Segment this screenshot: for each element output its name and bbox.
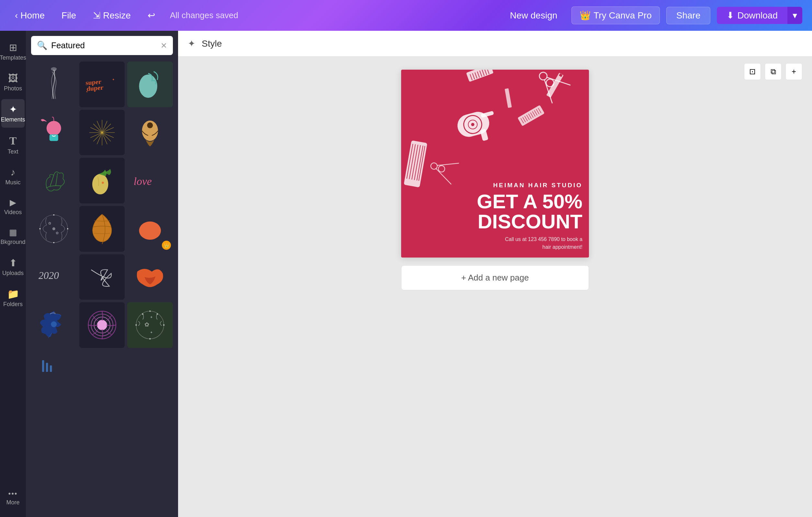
- share-button[interactable]: Share: [666, 7, 710, 24]
- list-item[interactable]: [127, 110, 173, 156]
- sidebar-item-folders[interactable]: 📁 Folders: [1, 284, 25, 312]
- svg-text:✦: ✦: [150, 331, 153, 335]
- add-icon: +: [792, 67, 796, 76]
- folders-label: Folders: [3, 301, 23, 308]
- list-item[interactable]: [79, 254, 125, 300]
- new-design-button[interactable]: New design: [502, 7, 565, 24]
- list-item[interactable]: [79, 158, 125, 203]
- canvas-text-overlay: HEIMAN HAIR STUDIO GET A 50% DISCOUNT Ca…: [408, 182, 582, 251]
- svg-point-49: [149, 338, 151, 340]
- svg-line-13: [93, 124, 102, 133]
- list-item[interactable]: ✿ ✦ ✦: [127, 302, 173, 348]
- left-sidebar: ⊞ Templates 🖼 Photos ✦ Elements T Text ♪…: [0, 31, 26, 517]
- templates-icon: ⊞: [9, 42, 17, 53]
- copy-button[interactable]: ⧉: [765, 63, 782, 80]
- list-item[interactable]: [127, 254, 173, 300]
- download-caret-button[interactable]: ▾: [787, 7, 802, 24]
- list-item[interactable]: [31, 302, 77, 348]
- sidebar-item-uploads[interactable]: ⬆ Uploads: [1, 253, 25, 281]
- svg-text:✦: ✦: [85, 90, 88, 93]
- svg-point-26: [147, 122, 153, 128]
- list-item[interactable]: 👑: [127, 206, 173, 252]
- home-button[interactable]: ‹ Home: [10, 7, 50, 24]
- list-item[interactable]: [31, 61, 77, 107]
- resize-icon: ⇲: [93, 10, 100, 21]
- list-item[interactable]: [79, 110, 125, 156]
- home-chevron-icon: ‹: [15, 10, 18, 21]
- background-label: Bkground: [0, 239, 25, 246]
- crown-icon: 👑: [580, 10, 591, 21]
- svg-rect-55: [42, 360, 44, 372]
- canvas-area: ✦ Style ⊡ ⧉ +: [178, 31, 812, 517]
- background-icon: ▦: [9, 227, 17, 238]
- list-item[interactable]: [31, 158, 77, 203]
- list-item[interactable]: 2020: [31, 254, 77, 300]
- sidebar-item-more[interactable]: ••• More: [1, 485, 25, 511]
- list-item[interactable]: super duper ✦ ✦: [79, 61, 125, 107]
- svg-point-5: [139, 75, 157, 98]
- caret-down-icon: ▾: [792, 10, 797, 20]
- search-input[interactable]: [51, 40, 157, 51]
- list-item[interactable]: ✿ ✿: [31, 206, 77, 252]
- resize-button[interactable]: ⇲ Resize: [88, 7, 136, 24]
- main-layout: ⊞ Templates 🖼 Photos ✦ Elements T Text ♪…: [0, 31, 812, 517]
- text-label: Text: [7, 148, 18, 155]
- discount-text: GET A 50% DISCOUNT: [408, 191, 582, 232]
- photos-icon: 🖼: [8, 73, 18, 84]
- style-label: Style: [202, 38, 222, 49]
- svg-rect-7: [50, 134, 58, 141]
- svg-line-14: [102, 124, 111, 133]
- style-toolbar: ✦ Style: [178, 31, 812, 57]
- uploads-icon: ⬆: [9, 257, 17, 269]
- download-icon: ⬇: [727, 10, 734, 21]
- elements-grid: super duper ✦ ✦: [31, 61, 173, 383]
- svg-point-40: [51, 321, 57, 327]
- svg-point-48: [149, 311, 151, 312]
- resize-label: Resize: [103, 10, 131, 21]
- svg-point-51: [163, 324, 165, 326]
- sidebar-item-music[interactable]: ♪ Music: [1, 162, 25, 190]
- videos-label: Videos: [4, 209, 22, 216]
- text-icon: T: [9, 135, 17, 147]
- sidebar-item-text[interactable]: T Text: [1, 130, 25, 160]
- download-button[interactable]: ⬇ Download: [717, 7, 787, 24]
- list-item[interactable]: love: [127, 158, 173, 203]
- photos-label: Photos: [4, 85, 22, 92]
- svg-point-35: [53, 227, 55, 230]
- svg-text:✦: ✦: [150, 315, 153, 319]
- search-bar: 🔍 ✕: [31, 36, 173, 55]
- templates-label: Templates: [0, 54, 26, 61]
- sidebar-item-photos[interactable]: 🖼 Photos: [1, 69, 25, 97]
- studio-name: HEIMAN HAIR STUDIO: [408, 182, 582, 189]
- sidebar-item-elements[interactable]: ✦ Elements: [1, 99, 25, 128]
- sidebar-item-background[interactable]: ▦ Bkground: [1, 223, 25, 250]
- svg-point-33: [39, 228, 40, 229]
- file-button[interactable]: File: [56, 7, 81, 24]
- svg-point-0: [51, 67, 57, 71]
- try-pro-button[interactable]: 👑 Try Canva Pro: [572, 6, 660, 24]
- saved-status: All changes saved: [170, 10, 238, 20]
- undo-button[interactable]: ↩: [142, 7, 160, 24]
- crop-button[interactable]: ⊡: [744, 63, 761, 80]
- svg-text:✿: ✿: [145, 321, 150, 328]
- elements-panel: 🔍 ✕ super duper ✦ ✦: [26, 31, 178, 517]
- design-canvas[interactable]: HEIMAN HAIR STUDIO GET A 50% DISCOUNT Ca…: [401, 70, 589, 257]
- style-sparkle-icon: ✦: [188, 38, 195, 49]
- clear-search-button[interactable]: ✕: [161, 41, 167, 50]
- home-label: Home: [20, 10, 45, 21]
- svg-rect-56: [46, 363, 48, 372]
- videos-icon: ▶: [10, 198, 16, 208]
- sidebar-item-videos[interactable]: ▶ Videos: [1, 193, 25, 220]
- sidebar-item-templates[interactable]: ⊞ Templates: [1, 37, 25, 66]
- top-navigation: ‹ Home File ⇲ Resize ↩ All changes saved…: [0, 0, 812, 31]
- copy-icon: ⧉: [771, 67, 776, 76]
- list-item[interactable]: [79, 206, 125, 252]
- list-item[interactable]: [127, 61, 173, 107]
- add-button[interactable]: +: [785, 63, 802, 80]
- list-item[interactable]: [31, 110, 77, 156]
- canvas-illustration: [401, 70, 589, 192]
- list-item[interactable]: [31, 351, 63, 383]
- crop-icon: ⊡: [749, 67, 756, 76]
- add-page-button[interactable]: + Add a new page: [401, 265, 589, 290]
- list-item[interactable]: [79, 302, 125, 348]
